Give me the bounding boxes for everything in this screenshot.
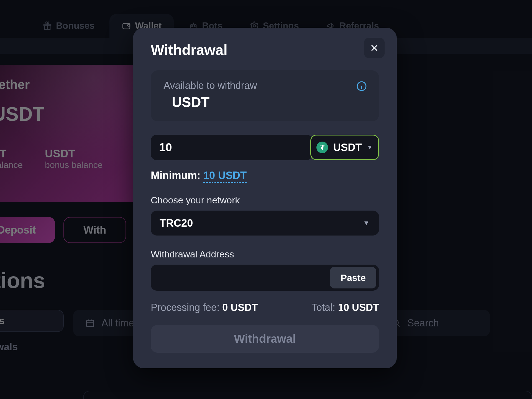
chevron-down-icon: ▼ xyxy=(363,219,370,227)
fee-value: 0 USDT xyxy=(222,302,258,313)
amount-input[interactable]: 10 xyxy=(151,135,313,160)
withdrawal-modal: Withdrawal Available to withdraw USDT 10… xyxy=(133,28,397,368)
address-label: Withdrawal Address xyxy=(151,249,379,260)
minimum-label: Minimum: xyxy=(151,170,203,181)
address-input[interactable]: Paste xyxy=(151,265,379,291)
tether-coin-icon: ₮ xyxy=(316,142,328,153)
minimum-value[interactable]: 10 USDT xyxy=(203,170,247,183)
fees-row: Processing fee: 0 USDT Total: 10 USDT xyxy=(151,302,379,313)
network-value: TRC20 xyxy=(160,217,193,229)
network-select[interactable]: TRC20 ▼ xyxy=(151,211,379,236)
paste-button[interactable]: Paste xyxy=(330,267,376,288)
currency-symbol: USDT xyxy=(333,142,362,154)
fee-label: Processing fee: xyxy=(151,302,222,313)
close-button[interactable] xyxy=(364,38,385,58)
amount-row: 10 ₮ USDT ▼ xyxy=(151,135,379,160)
available-value: USDT xyxy=(172,94,366,110)
submit-withdrawal-button[interactable]: Withdrawal xyxy=(151,325,379,353)
info-icon xyxy=(356,81,367,91)
modal-title: Withdrawal xyxy=(151,42,379,58)
minimum-line: Minimum: 10 USDT xyxy=(151,170,379,181)
close-icon xyxy=(370,44,378,52)
total-value: 10 USDT xyxy=(338,302,379,313)
chevron-down-icon: ▼ xyxy=(367,144,373,151)
available-balance-box: Available to withdraw USDT xyxy=(151,70,379,121)
network-label: Choose your network xyxy=(151,195,379,206)
info-button[interactable] xyxy=(356,81,367,91)
total-label: Total: xyxy=(311,302,338,313)
currency-select[interactable]: ₮ USDT ▼ xyxy=(310,135,379,160)
available-label: Available to withdraw xyxy=(163,80,366,91)
